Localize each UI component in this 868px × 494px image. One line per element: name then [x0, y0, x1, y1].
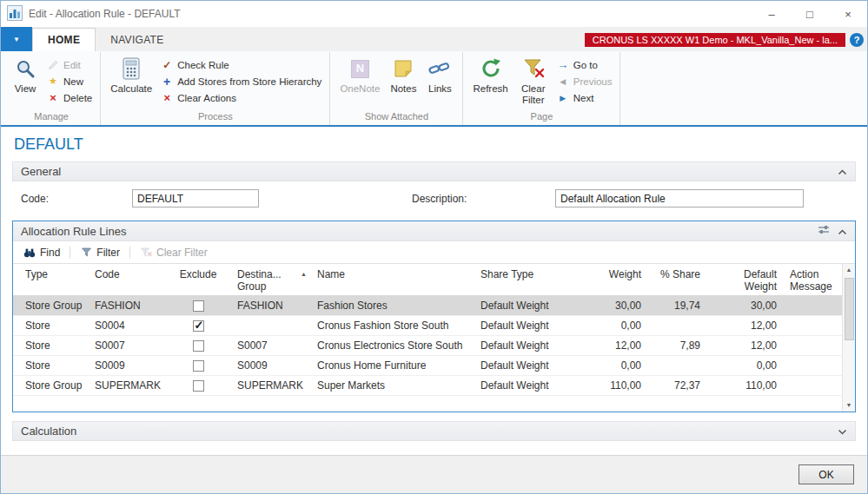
- cell-default-weight: 110,00: [708, 379, 785, 392]
- col-header-type[interactable]: Type: [13, 268, 89, 280]
- customize-icon[interactable]: [818, 225, 830, 238]
- previous-button[interactable]: ◀ Previous: [553, 73, 616, 89]
- onenote-button-label: OneNote: [340, 83, 380, 95]
- cell-code: FASHION: [89, 300, 164, 312]
- exclude-checkbox[interactable]: [193, 340, 204, 352]
- general-fields: Code: Description:: [12, 181, 856, 217]
- chevron-up-icon[interactable]: [838, 165, 847, 178]
- col-header-destination-group[interactable]: Destina... ▲ Group: [232, 268, 312, 293]
- window-controls: – □ ×: [752, 1, 867, 27]
- clear-filter-button-label: Clear Filter: [519, 83, 548, 106]
- next-arrow-icon: ▶: [557, 94, 569, 102]
- sort-ascending-icon: ▲: [301, 268, 307, 280]
- col-header-share-pct[interactable]: % Share: [649, 268, 708, 280]
- col-header-action-message[interactable]: Action Message: [785, 268, 842, 293]
- previous-arrow-icon: ◀: [557, 77, 569, 86]
- calculate-button[interactable]: Calculate: [105, 53, 157, 109]
- allocation-rule-lines-section: Allocation Rule Lines Find: [12, 221, 856, 412]
- chevron-up-icon[interactable]: [838, 225, 847, 238]
- vertical-scrollbar[interactable]: ▲ ▼: [842, 264, 855, 412]
- goto-button[interactable]: → Go to: [553, 56, 616, 73]
- table-row[interactable]: Store S0009 S0009 Cronus Home Furniture …: [13, 356, 842, 376]
- scroll-down-icon[interactable]: ▼: [843, 399, 855, 412]
- check-rule-button[interactable]: ✓ Check Rule: [157, 56, 325, 73]
- chevron-down-icon[interactable]: [838, 425, 847, 438]
- ok-button[interactable]: OK: [798, 464, 854, 484]
- filter-label: Filter: [96, 247, 120, 259]
- new-button[interactable]: ★ New: [43, 73, 96, 89]
- lines-grid: Type Code Exclude Destina... ▲ Group Nam…: [13, 264, 855, 412]
- exclude-checkbox[interactable]: [193, 380, 204, 392]
- close-button[interactable]: ×: [829, 1, 867, 27]
- links-button-label: Links: [428, 83, 452, 95]
- col-header-exclude[interactable]: Exclude: [164, 268, 232, 280]
- exclude-checkbox[interactable]: [193, 300, 204, 312]
- destination-group-line2: Group: [237, 280, 307, 293]
- exclude-checkbox[interactable]: [193, 360, 204, 372]
- description-input[interactable]: [555, 189, 804, 207]
- maximize-button[interactable]: □: [791, 1, 829, 27]
- general-section-header[interactable]: General: [12, 161, 856, 181]
- ribbon-group-show-attached: N OneNote Notes Links Show Atta: [330, 52, 463, 125]
- refresh-button[interactable]: Refresh: [467, 53, 513, 109]
- calculation-section-header[interactable]: Calculation: [12, 421, 856, 441]
- cell-share-pct: 19,74: [649, 300, 708, 312]
- cell-name: Cronus Electronics Store South: [312, 339, 475, 352]
- exclude-checkbox[interactable]: [193, 320, 204, 332]
- col-header-name[interactable]: Name: [312, 268, 475, 280]
- code-label: Code:: [21, 193, 132, 205]
- clear-filter-funnel-icon: [522, 56, 545, 82]
- col-header-code[interactable]: Code: [89, 268, 164, 280]
- sticky-note-icon: [394, 56, 413, 82]
- links-chain-icon: [428, 56, 451, 82]
- grid-toolbar: Find Filter Clear Filter: [13, 241, 855, 264]
- next-button[interactable]: ▶ Next: [553, 89, 616, 106]
- check-rule-icon: ✓: [161, 59, 173, 71]
- find-button[interactable]: Find: [21, 245, 63, 260]
- clear-filter-grid-button[interactable]: Clear Filter: [137, 245, 210, 260]
- new-button-label: New: [63, 76, 83, 87]
- scroll-up-icon[interactable]: ▲: [843, 264, 855, 276]
- col-header-weight[interactable]: Weight: [586, 268, 649, 280]
- tab-navigate[interactable]: NAVIGATE: [96, 30, 178, 51]
- onenote-button[interactable]: N OneNote: [335, 53, 385, 109]
- add-stores-button[interactable]: + Add Stores from Store Hierarchy: [157, 73, 325, 89]
- lines-section-header[interactable]: Allocation Rule Lines: [13, 221, 855, 241]
- calculation-section-title: Calculation: [21, 425, 76, 438]
- cell-code: S0007: [89, 339, 164, 352]
- cell-type: Store Group: [13, 300, 89, 312]
- clear-filter-funnel-icon: [140, 247, 152, 257]
- table-row[interactable]: Store S0007 S0007 Cronus Electronics Sto…: [13, 336, 842, 356]
- clear-filter-grid-label: Clear Filter: [156, 247, 208, 259]
- filter-button[interactable]: Filter: [77, 245, 123, 260]
- delete-button[interactable]: × Delete: [43, 89, 96, 106]
- table-row[interactable]: Store S0004 Cronus Fashion Store South D…: [13, 316, 842, 336]
- links-button[interactable]: Links: [421, 53, 458, 109]
- edit-button[interactable]: Edit: [43, 56, 96, 73]
- col-header-share-type[interactable]: Share Type: [475, 268, 586, 280]
- cell-name: Cronus Home Furniture: [312, 359, 475, 372]
- view-button[interactable]: View: [7, 53, 43, 109]
- grid-header-row: Type Code Exclude Destina... ▲ Group Nam…: [13, 264, 842, 296]
- scrollbar-thumb[interactable]: [845, 278, 854, 340]
- default-weight-line1: Default: [713, 268, 777, 280]
- clear-filter-button[interactable]: Clear Filter: [514, 53, 553, 109]
- code-input[interactable]: [132, 189, 259, 207]
- next-label: Next: [573, 93, 594, 103]
- minimize-button[interactable]: –: [752, 1, 791, 27]
- edit-pencil-icon: [47, 59, 59, 70]
- col-header-default-weight[interactable]: Default Weight: [708, 268, 785, 293]
- app-menu-button[interactable]: ▼: [1, 27, 32, 51]
- table-row[interactable]: Store Group FASHION FASHION Fashion Stor…: [13, 296, 842, 316]
- dropdown-icon: ▼: [13, 36, 20, 43]
- clear-actions-button[interactable]: × Clear Actions: [157, 89, 325, 106]
- refresh-button-label: Refresh: [473, 83, 507, 95]
- table-row[interactable]: Store Group SUPERMARK SUPERMARK Super Ma…: [13, 376, 842, 396]
- tab-home[interactable]: HOME: [32, 28, 96, 51]
- default-weight-line2: Weight: [713, 280, 777, 293]
- cell-name: Fashion Stores: [312, 300, 475, 312]
- find-label: Find: [40, 247, 60, 259]
- notes-button[interactable]: Notes: [385, 53, 421, 109]
- cell-code: SUPERMARK: [89, 379, 164, 392]
- help-icon[interactable]: ?: [850, 33, 864, 47]
